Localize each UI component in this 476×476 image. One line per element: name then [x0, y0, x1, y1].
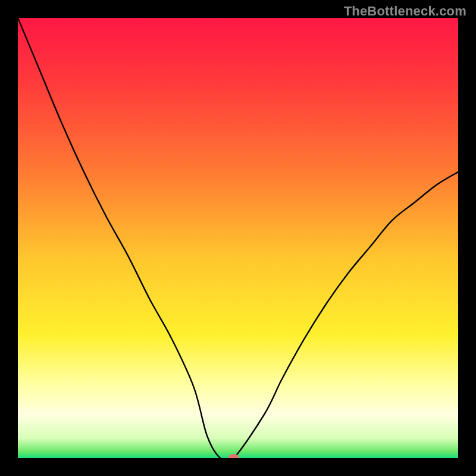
- gradient-background: [18, 18, 458, 458]
- watermark-text: TheBottleneck.com: [344, 4, 466, 19]
- plot-area: [18, 18, 458, 458]
- chart-frame: TheBottleneck.com: [0, 0, 476, 476]
- plot-svg: [18, 18, 458, 458]
